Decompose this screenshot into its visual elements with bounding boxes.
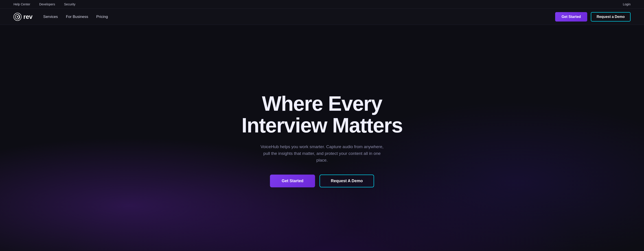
nav-get-started-button[interactable]: Get Started: [555, 12, 587, 21]
rev-logo-icon: [14, 13, 22, 21]
nav-link-for-business[interactable]: For Business: [66, 14, 88, 19]
logo-text: rev: [23, 13, 32, 20]
utility-link-security[interactable]: Security: [64, 2, 76, 6]
svg-point-2: [17, 16, 18, 17]
login-link[interactable]: Login: [623, 2, 630, 6]
logo[interactable]: rev: [14, 13, 32, 21]
main-nav: rev Services For Business Pricing Get St…: [0, 9, 644, 25]
nav-link-pricing[interactable]: Pricing: [96, 14, 108, 19]
nav-request-demo-button[interactable]: Request a Demo: [591, 12, 630, 21]
hero-actions: Get Started Request A Demo: [221, 175, 423, 187]
hero-content: Where Every Interview Matters VoiceHub h…: [221, 93, 423, 187]
hero-get-started-button[interactable]: Get Started: [270, 175, 315, 187]
hero-request-demo-button[interactable]: Request A Demo: [320, 175, 374, 187]
hero-title: Where Every Interview Matters: [221, 93, 423, 136]
hero-section: Where Every Interview Matters VoiceHub h…: [0, 25, 644, 251]
nav-actions: Get Started Request a Demo: [555, 12, 630, 21]
hero-subtitle: VoiceHub helps you work smarter. Capture…: [259, 143, 385, 164]
utility-bar-right: Login: [623, 2, 630, 6]
utility-bar: Help Center Developers Security Login: [0, 0, 644, 9]
nav-link-services[interactable]: Services: [43, 14, 58, 19]
utility-link-help-center[interactable]: Help Center: [14, 2, 30, 6]
utility-link-developers[interactable]: Developers: [39, 2, 55, 6]
nav-links: Services For Business Pricing: [43, 14, 555, 19]
